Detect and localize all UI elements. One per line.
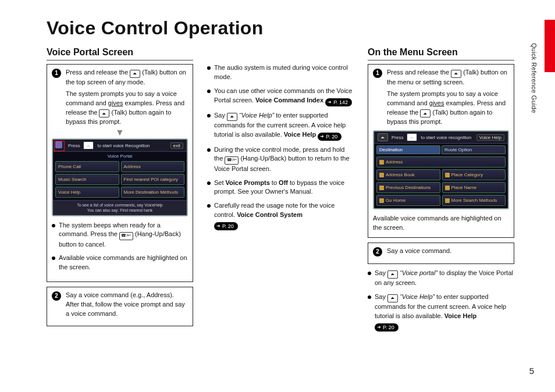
talk-icon: ⏶: [83, 141, 94, 149]
talk-icon: ⏶: [227, 113, 237, 121]
section-tab-marker: [545, 20, 555, 72]
device-btn: More Search Methods: [442, 195, 506, 206]
bullet: Say ⏶ “Voice Help” to enter supported co…: [375, 293, 514, 332]
talk-icon: ⏶: [420, 109, 431, 117]
device-btn: Place Category: [442, 169, 506, 180]
device-btn: Go Home: [376, 195, 440, 206]
talk-icon: ⏶: [99, 109, 109, 117]
page-ref-icon: P. 20: [318, 133, 341, 141]
hangup-back-icon: ☎/↩: [119, 232, 133, 240]
device-btn: Phone Call: [55, 161, 119, 172]
bullet: Set Voice Prompts to Off to bypass the v…: [214, 179, 354, 197]
bullet: Say ⏶ “Voice Help” to enter supported co…: [214, 111, 354, 141]
page-title: Voice Control Operation: [47, 17, 514, 39]
exit-button: exit: [170, 142, 183, 149]
talk-icon: ⏶: [378, 133, 388, 141]
step-1-text: Press and release the ⏶ (Talk) button on…: [66, 68, 188, 127]
talk-icon: ⏶: [130, 70, 140, 78]
page-ref-icon: P. 20: [214, 222, 238, 230]
device-screenshot-voice-portal: Press ⏶ to start voice Recognition exit …: [52, 138, 188, 216]
page-number: 5: [529, 366, 534, 376]
device-title: Voice Portal: [53, 152, 187, 159]
tab-destination: Destination: [376, 145, 440, 154]
page-ref-icon: P. 142: [325, 98, 352, 106]
step-number-1-icon: 1: [52, 69, 61, 78]
page-ref-icon: P. 20: [375, 323, 399, 332]
bullet: You can use other voice commands on the …: [214, 87, 354, 106]
step-number-1-icon: 1: [373, 69, 382, 78]
column-middle-notes: The audio system is muted during voice c…: [207, 47, 354, 336]
step-1-box: 1 Press and release the ⏶ (Talk) button …: [47, 64, 193, 282]
heading-voice-portal: Voice Portal Screen: [47, 47, 193, 60]
step-2-box: 2 Say a voice command (e.g., Address). A…: [47, 287, 193, 326]
talk-icon: ⏶: [451, 70, 461, 78]
device-btn: Address Book: [376, 169, 440, 180]
device-btn: Find nearest POI category: [121, 174, 185, 185]
device-btn: Music Search: [55, 174, 119, 185]
caption: Available voice commands are highlighted…: [373, 214, 509, 233]
bullet: Available voice commands are highlighted…: [59, 254, 188, 272]
talk-icon: ⏶: [387, 270, 398, 279]
side-label: Quick Reference Guide: [531, 43, 538, 113]
device-btn: More Destination Methods: [121, 187, 185, 198]
device-btn: Address: [121, 161, 185, 172]
device-btn: Previous Destinations: [376, 182, 440, 193]
device-btn: Voice Help: [55, 187, 119, 198]
voice-help-button: Voice Help: [476, 134, 504, 141]
hangup-back-icon: ☎/↩: [225, 156, 239, 165]
tab-route-option: Route Option: [442, 145, 506, 154]
step-2-box: 2 Say a voice command.: [368, 243, 514, 264]
step-1-box: 1 Press and release the ⏶ (Talk) button …: [368, 64, 514, 238]
device-screenshot-menu: ⏶ Press ⏶ to start voice recognition Voi…: [373, 130, 509, 209]
step-2-text: Say a voice command (e.g., Address). Aft…: [66, 291, 188, 319]
bullet: The system beeps when ready for a comman…: [59, 221, 188, 250]
talk-icon: ⏶: [387, 294, 398, 302]
bullet: During the voice control mode, press and…: [214, 145, 354, 174]
device-btn: Place Name: [442, 182, 506, 193]
column-on-menu: On the Menu Screen 1 Press and release t…: [368, 47, 514, 336]
step-1-text: Press and release the ⏶ (Talk) button on…: [387, 68, 509, 127]
device-btn: Address: [376, 156, 506, 168]
step-number-2-icon: 2: [373, 247, 382, 256]
column-voice-portal: Voice Portal Screen 1 Press and release …: [47, 47, 193, 336]
pointer-down-icon: ▼: [52, 129, 188, 136]
heading-on-menu: On the Menu Screen: [368, 47, 514, 60]
bullet: Say ⏶ “Voice portal” to display the Voic…: [375, 269, 514, 288]
step-number-2-icon: 2: [52, 291, 61, 301]
step-2-text: Say a voice command.: [387, 247, 451, 256]
talk-icon: ⏶: [407, 133, 417, 141]
bullet: Carefully read the usage note for the vo…: [214, 201, 354, 230]
bullet: The audio system is muted during voice c…: [214, 63, 354, 82]
